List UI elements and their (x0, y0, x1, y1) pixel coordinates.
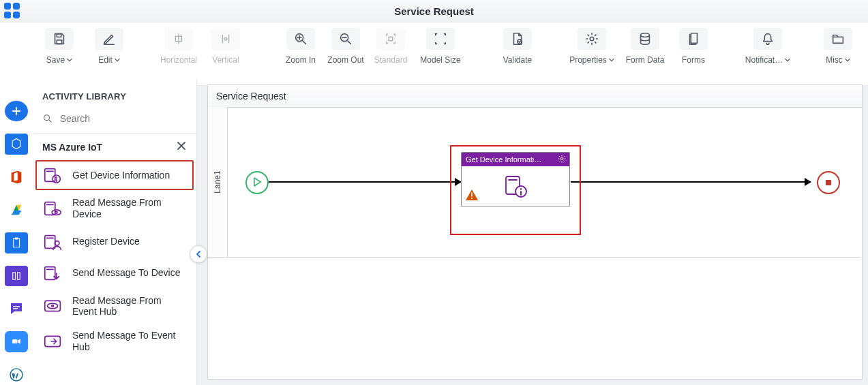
chevron-down-icon (609, 57, 614, 63)
save-icon (45, 28, 74, 50)
task-body[interactable] (461, 166, 570, 206)
svg-point-15 (44, 115, 50, 121)
align-horizontal-label: Horizontal (160, 55, 197, 65)
form-data-button[interactable]: Form Data (619, 28, 671, 76)
activity-library-title: ACTIVITY LIBRARY (33, 79, 196, 108)
close-icon[interactable] (176, 140, 187, 153)
align-vertical-label: Vertical (212, 55, 239, 65)
save-button[interactable]: Save (37, 28, 82, 76)
rail-item-wordpress[interactable] (5, 365, 28, 385)
zoom-out-icon (331, 28, 360, 50)
misc-icon (824, 28, 852, 50)
notifications-button[interactable]: Notificat… (736, 28, 799, 76)
rail-item-chat[interactable] (5, 298, 28, 319)
event-hub-read-icon (42, 296, 64, 315)
play-icon (253, 177, 261, 187)
model-size-button[interactable]: Model Size (413, 28, 468, 76)
notifications-label: Notificat… (745, 55, 783, 65)
align-vertical-button[interactable]: Vertical (203, 28, 248, 76)
activity-section-header[interactable]: MS Azure IoT (33, 134, 196, 157)
activity-search-input[interactable] (59, 112, 187, 125)
gear-icon[interactable] (557, 154, 567, 165)
task-header[interactable]: Get Device Informati… (461, 152, 570, 166)
rail-item-zoom[interactable] (5, 331, 28, 352)
page-title: Service Request (394, 5, 474, 17)
activity-item-register-device[interactable]: Register Device (35, 227, 194, 257)
sequence-flow[interactable] (571, 181, 811, 183)
toolbar: Save Edit Horizontal Vertical Zoom In (0, 22, 868, 86)
svg-point-1 (224, 37, 227, 40)
end-event[interactable] (817, 171, 840, 194)
rail-item-columns[interactable] (5, 266, 28, 286)
save-label: Save (46, 55, 65, 65)
start-event[interactable] (245, 171, 269, 194)
rail-item-clipboard[interactable] (5, 232, 28, 253)
activity-item-send-message-to-device[interactable]: Send Message To Device (35, 258, 194, 288)
svg-rect-21 (45, 235, 55, 248)
misc-button[interactable]: Misc (815, 28, 860, 76)
device-info-icon (502, 174, 529, 198)
forms-icon (679, 28, 708, 50)
svg-rect-18 (45, 202, 55, 215)
zoom-in-button[interactable]: Zoom In (278, 28, 323, 76)
rail-item-hexagon[interactable] (5, 134, 28, 154)
forms-label: Forms (682, 55, 705, 65)
task-get-device-information[interactable]: Get Device Informati… (461, 152, 570, 221)
event-hub-send-icon (42, 332, 64, 351)
task-title-label: Get Device Informati… (466, 155, 541, 164)
activity-item-send-message-to-event-hub[interactable]: Send Message To Event Hub (35, 324, 194, 358)
svg-rect-13 (12, 339, 18, 343)
zoom-standard-icon (376, 28, 405, 50)
activity-item-label: Register Device (72, 236, 140, 247)
stop-icon (826, 180, 831, 185)
google-drive-icon (9, 202, 24, 217)
device-info-icon (42, 166, 64, 185)
validate-button[interactable]: Validate (495, 28, 540, 76)
model-size-label: Model Size (420, 55, 460, 65)
validate-icon (503, 28, 532, 50)
lane-header[interactable]: Lane1 (208, 107, 228, 257)
properties-button[interactable]: Properties (565, 28, 619, 76)
rail-item-office[interactable] (5, 167, 28, 187)
zoom-in-icon (286, 28, 315, 50)
align-horizontal-button[interactable]: Horizontal (154, 28, 203, 76)
form-data-label: Form Data (626, 55, 665, 65)
edit-button[interactable]: Edit (82, 28, 136, 76)
warning-icon (466, 189, 478, 203)
app-switcher-icon[interactable] (4, 3, 20, 19)
activity-search[interactable] (33, 108, 196, 134)
lane[interactable]: Lane1 Get Device Informati… (208, 107, 860, 258)
properties-icon (578, 28, 606, 50)
zoom-standard-button[interactable]: Standard (368, 28, 413, 76)
model-size-icon (426, 28, 455, 50)
edit-label: Edit (98, 55, 113, 65)
activity-item-label: Get Device Information (72, 170, 170, 181)
process-canvas[interactable]: Service Request Lane1 Get Device Informa… (207, 84, 863, 380)
edit-icon (95, 28, 123, 50)
wordpress-icon (8, 367, 25, 383)
activity-item-read-message-from-device[interactable]: Read Message From Device (35, 191, 194, 226)
collapse-panel-button[interactable] (190, 245, 207, 263)
svg-rect-9 (14, 238, 20, 247)
activity-item-get-device-information[interactable]: Get Device Information (35, 160, 194, 190)
forms-button[interactable]: Forms (671, 28, 716, 76)
pool-header[interactable]: Service Request (208, 85, 862, 108)
svg-point-26 (52, 305, 54, 307)
activity-library-panel: ACTIVITY LIBRARY MS Azure IoT Get Device… (33, 79, 197, 385)
svg-point-20 (55, 211, 57, 213)
video-icon (10, 335, 23, 348)
chevron-down-icon (67, 57, 72, 63)
svg-rect-16 (45, 169, 55, 182)
sequence-flow[interactable] (269, 181, 461, 183)
activity-item-read-message-from-event-hub[interactable]: Read Message From Event Hub (35, 290, 194, 324)
columns-icon (10, 270, 23, 282)
activity-item-label: Read Message From Event Hub (72, 295, 187, 318)
plus-icon (11, 106, 22, 117)
rail-item-drive[interactable] (5, 200, 28, 220)
svg-rect-12 (18, 273, 20, 280)
align-horizontal-icon (164, 28, 193, 50)
svg-point-25 (48, 304, 58, 309)
zoom-out-button[interactable]: Zoom Out (323, 28, 368, 76)
add-button[interactable] (5, 101, 28, 121)
svg-rect-23 (45, 266, 55, 279)
